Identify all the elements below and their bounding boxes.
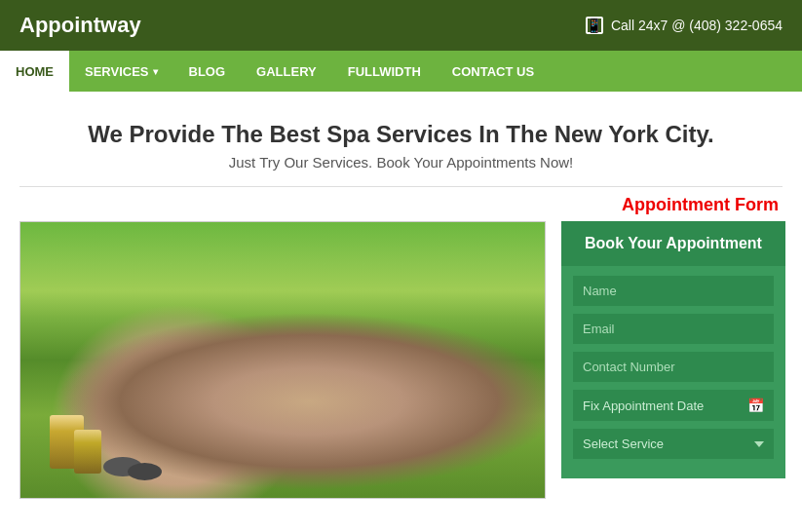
- appointment-form-label: Appointment Form: [622, 195, 779, 215]
- phone-area: 📱 Call 24x7 @ (408) 322-0654: [586, 17, 783, 34]
- spa-image-inner: [20, 222, 545, 498]
- spa-image: [19, 221, 546, 499]
- phone-icon: 📱: [586, 17, 603, 34]
- nav-item-contact[interactable]: CONTACT US: [437, 51, 550, 92]
- site-logo: Appointway: [19, 13, 141, 38]
- date-label: Fix Appointment Date: [583, 399, 704, 413]
- phone-text: Call 24x7 @ (408) 322-0654: [611, 18, 783, 33]
- form-body: Fix Appointment Date 📅 Select Service Ma…: [561, 266, 785, 469]
- chevron-down-icon: ▾: [153, 66, 158, 77]
- nav-item-home[interactable]: HOME: [0, 51, 69, 92]
- name-input[interactable]: [573, 276, 774, 306]
- email-input[interactable]: [573, 314, 774, 344]
- nav-item-fullwidth[interactable]: FULLWIDTH: [332, 51, 437, 92]
- stone-decoration-2: [128, 463, 162, 480]
- main-nav: HOME SERVICES ▾ BLOG GALLERY FULLWIDTH C…: [0, 51, 802, 92]
- main-row: Book Your Appointment Fix Appointment Da…: [19, 221, 783, 499]
- nav-item-services[interactable]: SERVICES ▾: [69, 51, 173, 92]
- main-content: We Provide The Best Spa Services In The …: [0, 92, 802, 499]
- divider-row: Appointment Form: [19, 186, 783, 215]
- nav-item-blog[interactable]: BLOG: [173, 51, 242, 92]
- nav-item-gallery[interactable]: GALLERY: [241, 51, 332, 92]
- hero-title: We Provide The Best Spa Services In The …: [19, 121, 783, 148]
- site-header: Appointway 📱 Call 24x7 @ (408) 322-0654: [0, 0, 802, 51]
- hero-section: We Provide The Best Spa Services In The …: [19, 111, 783, 174]
- hero-subtitle: Just Try Our Services. Book Your Appoint…: [19, 154, 783, 171]
- contact-input[interactable]: [573, 352, 774, 382]
- date-row[interactable]: Fix Appointment Date 📅: [573, 390, 774, 421]
- service-select[interactable]: Select Service Massage Facial Manicure P…: [573, 429, 774, 459]
- appointment-form: Book Your Appointment Fix Appointment Da…: [561, 221, 785, 478]
- candle-decoration-2: [74, 430, 101, 474]
- form-header: Book Your Appointment: [561, 221, 785, 266]
- calendar-icon: 📅: [747, 398, 764, 413]
